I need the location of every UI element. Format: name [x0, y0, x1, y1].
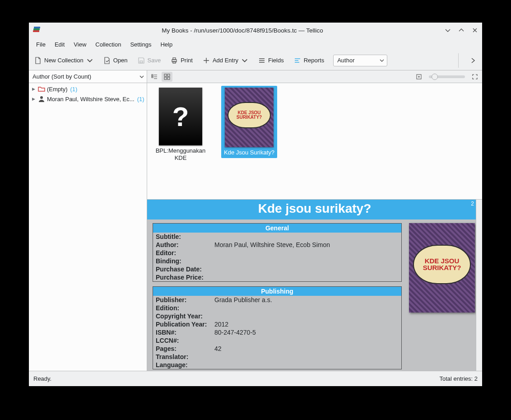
- icon-view-button[interactable]: [162, 72, 172, 82]
- svg-rect-0: [33, 30, 39, 32]
- plus-icon: [203, 57, 210, 64]
- tree-row-empty[interactable]: ▶ (Empty) (1): [29, 84, 147, 94]
- svg-rect-10: [164, 74, 167, 76]
- svg-rect-13: [167, 77, 170, 79]
- cover-placeholder-icon: ?: [159, 88, 202, 145]
- minimize-button[interactable]: [444, 27, 451, 34]
- svg-rect-3: [140, 61, 143, 63]
- save-icon: [138, 57, 145, 64]
- detail-entry-id: 2: [471, 201, 474, 207]
- chevron-down-icon: [139, 75, 144, 79]
- status-text: Ready.: [33, 375, 51, 382]
- expander-icon[interactable]: ▶: [31, 87, 36, 91]
- group-sort-selector[interactable]: Author (Sort by Count): [29, 70, 147, 83]
- fields-button[interactable]: Fields: [257, 55, 285, 66]
- print-icon: [171, 57, 178, 64]
- entry-detail-pane: Kde jsou surikaty? 2 General Subtitle: A…: [147, 200, 482, 371]
- tree-row-author[interactable]: ▶ Moran Paul, Wiltshire Steve, Ec... (1): [29, 94, 147, 104]
- detail-scrollbar[interactable]: [476, 200, 482, 371]
- menu-collection[interactable]: Collection: [91, 39, 125, 50]
- save-button: Save: [137, 55, 162, 66]
- titlebar: My Books - /run/user/1000/doc/8748f915/B…: [29, 23, 482, 38]
- gallery-item-selected[interactable]: KDE JSOU SURIKATY? Kde Jsou Surikaty?: [221, 86, 277, 158]
- group-tree[interactable]: ▶ (Empty) (1) ▶ Moran Paul, Wiltshire St…: [29, 83, 147, 371]
- group-field-selector[interactable]: Author: [333, 55, 387, 66]
- main-pane: ? BPL:Menggunakan KDE KDE JSOU SURIKATY?…: [147, 70, 482, 371]
- new-collection-button[interactable]: New Collection: [33, 55, 94, 66]
- menu-file[interactable]: File: [32, 39, 50, 50]
- svg-rect-8: [152, 75, 153, 76]
- toolbar: New Collection Open Save Print Add Entry…: [29, 51, 482, 70]
- toolbar-separator: [458, 53, 459, 68]
- menu-edit[interactable]: Edit: [50, 39, 69, 50]
- svg-point-7: [40, 96, 43, 99]
- general-infobox: General Subtitle: Author:Moran Paul, Wil…: [153, 223, 402, 282]
- document-open-icon: [103, 57, 111, 64]
- svg-rect-9: [152, 76, 153, 78]
- gallery-item-caption: BPL:Menggunakan KDE: [154, 147, 207, 162]
- add-entry-button[interactable]: Add Entry: [202, 55, 249, 66]
- chevron-down-icon: [241, 57, 248, 64]
- zoom-full-button[interactable]: [469, 72, 480, 82]
- gallery-item-caption: Kde Jsou Surikaty?: [224, 149, 274, 156]
- chevron-down-icon: [380, 58, 384, 63]
- svg-rect-11: [167, 74, 170, 76]
- toolbar-overflow-button[interactable]: [469, 57, 478, 64]
- expander-icon[interactable]: ▶: [31, 97, 36, 101]
- folder-icon: [38, 85, 45, 93]
- app-window: My Books - /run/user/1000/doc/8748f915/B…: [29, 23, 482, 386]
- reports-button[interactable]: Reports: [293, 55, 325, 66]
- menu-view[interactable]: View: [69, 39, 91, 50]
- svg-rect-5: [173, 58, 176, 60]
- print-button[interactable]: Print: [170, 55, 194, 66]
- general-table: Subtitle: Author:Moran Paul, Wiltshire S…: [153, 233, 401, 281]
- window-title: My Books - /run/user/1000/doc/8748f915/B…: [44, 27, 441, 34]
- detail-title: Kde jsou surikaty?: [147, 200, 482, 219]
- svg-rect-2: [34, 27, 40, 28]
- sidebar: Author (Sort by Count) ▶ (Empty) (1) ▶ M…: [29, 70, 147, 371]
- entry-gallery[interactable]: ? BPL:Menggunakan KDE KDE JSOU SURIKATY?…: [147, 83, 482, 200]
- menu-help[interactable]: Help: [156, 39, 177, 50]
- open-button[interactable]: Open: [102, 55, 129, 66]
- cover-large: KDE JSOU SURIKATY?: [409, 223, 475, 313]
- status-total-entries: Total entries: 2: [439, 375, 478, 382]
- view-toolbar: [147, 70, 482, 83]
- publishing-heading: Publishing: [153, 287, 401, 296]
- general-heading: General: [153, 224, 401, 233]
- maximize-button[interactable]: [458, 27, 465, 34]
- zoom-slider-handle[interactable]: [432, 74, 438, 80]
- person-icon: [38, 95, 45, 103]
- app-icon: [33, 26, 41, 34]
- document-new-icon: [34, 57, 42, 64]
- cover-thumbnail: KDE JSOU SURIKATY?: [225, 88, 274, 147]
- report-icon: [294, 57, 301, 64]
- menu-settings[interactable]: Settings: [125, 39, 156, 50]
- list-icon: [258, 57, 265, 64]
- publishing-infobox: Publishing Publisher:Grada Publisher a.s…: [153, 286, 402, 369]
- zoom-slider[interactable]: [429, 75, 465, 78]
- publishing-table: Publisher:Grada Publisher a.s. Edition: …: [153, 296, 401, 369]
- gallery-item[interactable]: ? BPL:Menggunakan KDE: [153, 86, 209, 164]
- zoom-fit-button[interactable]: [413, 72, 424, 82]
- statusbar: Ready. Total entries: 2: [29, 371, 482, 386]
- svg-rect-12: [164, 77, 167, 79]
- chevron-down-icon: [86, 57, 93, 64]
- svg-rect-1: [33, 28, 40, 30]
- close-button[interactable]: [471, 27, 478, 34]
- list-view-button[interactable]: [149, 72, 160, 82]
- menubar: File Edit View Collection Settings Help: [29, 38, 482, 51]
